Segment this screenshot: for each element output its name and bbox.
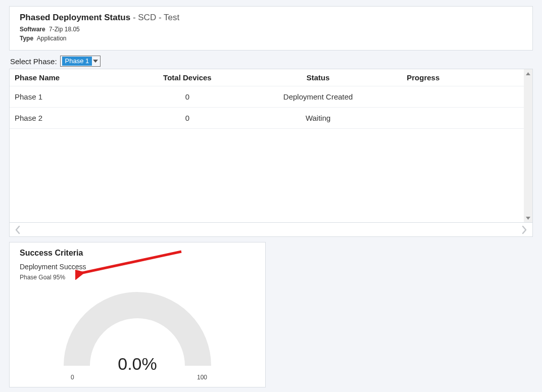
success-title: Success Criteria <box>20 249 255 258</box>
phase-select-label: Select Phase: <box>10 57 57 66</box>
col-total-devices[interactable]: Total Devices <box>140 69 234 86</box>
col-phase-name[interactable]: Phase Name <box>10 69 140 86</box>
phase-select[interactable]: Phase 1 <box>60 56 101 67</box>
phase-goal-label: Phase Goal 95% <box>20 274 255 281</box>
gauge-max-tick: 100 <box>197 374 207 381</box>
chevron-down-icon <box>92 60 99 63</box>
horizontal-pager <box>9 223 533 237</box>
type-row: Type Application <box>20 35 522 42</box>
phase-select-row: Select Phase: Phase 1 <box>10 56 532 67</box>
page-prev-button[interactable] <box>15 225 21 234</box>
software-label: Software <box>20 26 45 33</box>
col-progress[interactable]: Progress <box>402 69 532 86</box>
cell-status: Waiting <box>234 108 402 129</box>
page-title-prefix: Phased Deployment Status <box>20 13 130 22</box>
phase-select-value: Phase 1 <box>62 57 92 66</box>
page-title-suffix: - SCD - Test <box>130 13 179 22</box>
col-status[interactable]: Status <box>234 69 402 86</box>
gauge-min-tick: 0 <box>71 374 74 381</box>
status-header: Phased Deployment Status - SCD - Test So… <box>9 6 533 51</box>
cell-total-devices: 0 <box>140 108 234 129</box>
table-row[interactable]: Phase 2 0 Waiting <box>10 108 532 129</box>
cell-phase-name: Phase 1 <box>10 86 140 108</box>
cell-progress <box>402 86 532 108</box>
gauge-value: 0.0% <box>62 354 213 374</box>
cell-status: Deployment Created <box>234 86 402 108</box>
cell-phase-name: Phase 2 <box>10 108 140 129</box>
success-criteria-panel: Success Criteria Deployment Success Phas… <box>9 242 266 387</box>
type-value: Application <box>37 35 67 42</box>
success-subtitle: Deployment Success <box>20 263 255 271</box>
type-label: Type <box>20 35 33 42</box>
software-row: Software 7-Zip 18.05 <box>20 26 522 33</box>
vertical-scrollbar[interactable] <box>524 69 532 222</box>
gauge-chart: 0.0% 0 100 <box>62 285 213 381</box>
phase-table: Phase Name Total Devices Status Progress… <box>10 69 532 129</box>
cell-total-devices: 0 <box>140 86 234 108</box>
cell-progress <box>402 108 532 129</box>
chevron-right-icon <box>521 225 527 234</box>
table-row[interactable]: Phase 1 0 Deployment Created <box>10 86 532 108</box>
software-value: 7-Zip 18.05 <box>49 26 80 33</box>
chevron-left-icon <box>15 225 21 234</box>
page-next-button[interactable] <box>521 225 527 234</box>
scroll-down-icon[interactable] <box>524 214 532 222</box>
scroll-up-icon[interactable] <box>524 69 532 78</box>
page-title: Phased Deployment Status - SCD - Test <box>20 13 522 23</box>
phase-table-panel: Phase Name Total Devices Status Progress… <box>9 69 533 223</box>
